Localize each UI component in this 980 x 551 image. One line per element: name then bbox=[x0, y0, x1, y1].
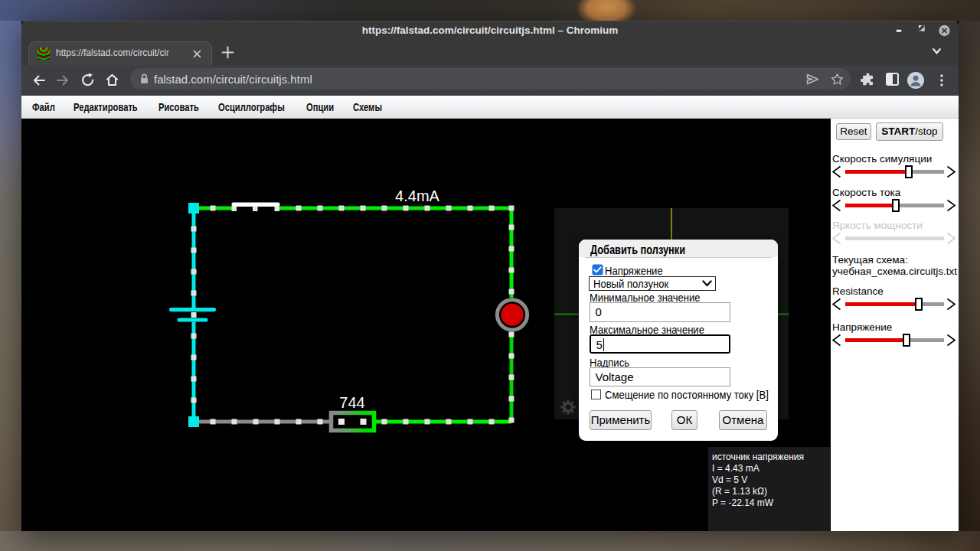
svg-text:4.4mA: 4.4mA bbox=[395, 187, 439, 204]
svg-text:744: 744 bbox=[339, 394, 364, 411]
